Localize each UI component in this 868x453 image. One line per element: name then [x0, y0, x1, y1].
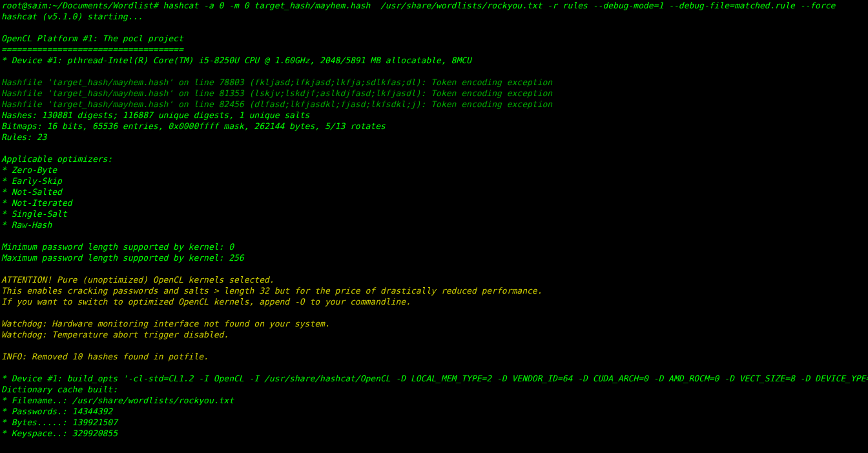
- optimizer-item: * Not-Salted: [1, 187, 62, 197]
- optimizer-item: * Early-Skip: [1, 176, 62, 186]
- dict-keyspace: * Keyspace..: 329920855: [1, 428, 118, 438]
- dict-filename: * Filename..: /usr/share/wordlists/rocky…: [1, 396, 234, 405]
- hashfile-error: Hashfile 'target_hash/mayhem.hash' on li…: [1, 99, 552, 109]
- bitmaps-line: Bitmaps: 16 bits, 65536 entries, 0x0000f…: [1, 121, 386, 131]
- shell-prompt: root@saim:~/Documents/Wordlist#: [1, 1, 158, 10]
- optimizers-header: Applicable optimizers:: [1, 154, 112, 164]
- rules-line: Rules: 23: [1, 132, 46, 142]
- optimizer-item: * Zero-Byte: [1, 165, 57, 175]
- platform-header: OpenCL Platform #1: The pocl project: [1, 34, 183, 43]
- hashfile-error: Hashfile 'target_hash/mayhem.hash' on li…: [1, 88, 552, 98]
- max-pw-line: Maximum password length supported by ker…: [1, 253, 244, 263]
- dict-header: Dictionary cache built:: [1, 385, 118, 394]
- watchdog-line: Watchdog: Temperature abort trigger disa…: [1, 330, 229, 339]
- optimizer-item: * Single-Salt: [1, 209, 67, 219]
- platform-divider: ====================================: [1, 45, 183, 54]
- dict-bytes: * Bytes.....: 139921507: [1, 418, 118, 427]
- hashes-line: Hashes: 130881 digests; 116887 unique di…: [1, 110, 309, 120]
- dict-passwords: * Passwords.: 14344392: [1, 407, 112, 416]
- attention-line: This enables cracking passwords and salt…: [1, 286, 542, 296]
- optimizer-item: * Raw-Hash: [1, 220, 52, 230]
- info-removed-line: INFO: Removed 10 hashes found in potfile…: [1, 352, 209, 361]
- build-opts-line: * Device #1: build_opts '-cl-std=CL1.2 -…: [1, 374, 868, 383]
- min-pw-line: Minimum password length supported by ker…: [1, 242, 234, 252]
- optimizer-item: * Not-Iterated: [1, 198, 72, 208]
- device-line: * Device #1: pthread-Intel(R) Core(TM) i…: [1, 55, 471, 65]
- attention-line: If you want to switch to optimized OpenC…: [1, 297, 411, 307]
- watchdog-line: Watchdog: Hardware monitoring interface …: [1, 319, 330, 328]
- terminal-output[interactable]: root@saim:~/Documents/Wordlist# hashcat …: [0, 0, 868, 439]
- starting-line: hashcat (v5.1.0) starting...: [1, 12, 143, 21]
- shell-command: hashcat -a 0 -m 0 target_hash/mayhem.has…: [163, 1, 835, 10]
- attention-line: ATTENTION! Pure (unoptimized) OpenCL ker…: [1, 275, 274, 285]
- hashfile-error: Hashfile 'target_hash/mayhem.hash' on li…: [1, 77, 552, 87]
